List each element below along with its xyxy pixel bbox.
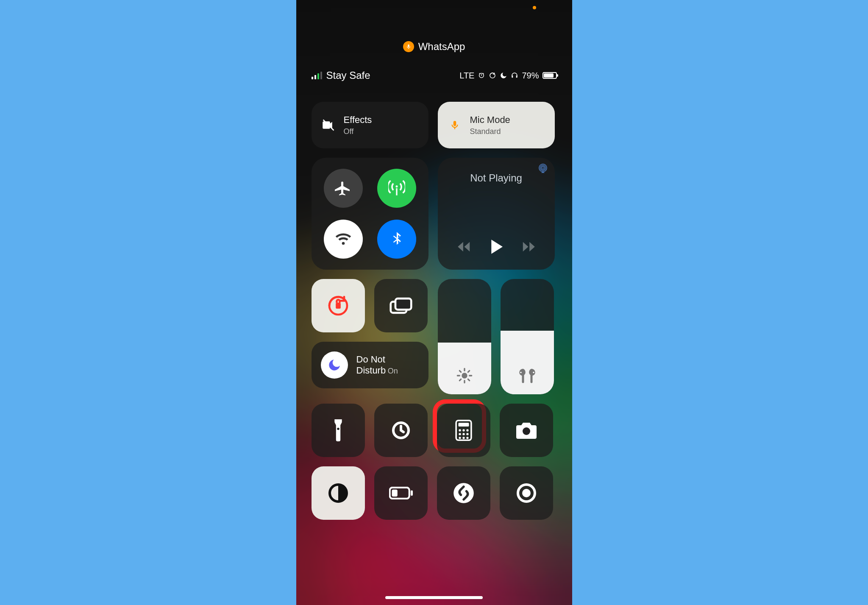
mic-mode-title: Mic Mode <box>470 114 510 126</box>
svg-point-16 <box>462 429 465 431</box>
moon-icon <box>500 72 507 79</box>
orientation-lock-icon <box>489 72 496 79</box>
dnd-title: Do Not Disturb <box>356 354 386 376</box>
svg-rect-28 <box>392 490 397 496</box>
headphones-icon <box>511 72 518 79</box>
connectivity-module[interactable] <box>312 158 428 270</box>
svg-rect-27 <box>411 490 413 496</box>
wifi-toggle[interactable] <box>324 220 363 259</box>
status-bar: Stay Safe LTE 79% <box>312 70 557 102</box>
svg-point-22 <box>462 437 465 439</box>
svg-point-24 <box>523 427 530 435</box>
cellular-data-toggle[interactable] <box>377 169 416 208</box>
orientation-lock-toggle[interactable] <box>312 279 365 332</box>
mic-mode-module[interactable]: Mic Mode Standard <box>438 102 555 148</box>
svg-point-21 <box>459 437 461 439</box>
phone-frame: WhatsApp Stay Safe LTE 79% <box>296 0 572 605</box>
now-playing-label: Not Playing <box>470 172 522 184</box>
dnd-subtitle: On <box>388 367 398 375</box>
alarm-icon <box>478 72 485 79</box>
screen-record-button[interactable] <box>500 466 553 520</box>
svg-point-11 <box>337 428 339 430</box>
media-module[interactable]: Not Playing <box>438 158 555 270</box>
low-power-mode-toggle[interactable] <box>374 466 428 520</box>
svg-point-9 <box>520 372 522 374</box>
battery-icon <box>542 72 557 79</box>
home-indicator[interactable] <box>385 596 483 599</box>
mic-mode-subtitle: Standard <box>470 126 510 137</box>
svg-point-17 <box>466 429 468 431</box>
microphone-icon <box>447 120 462 131</box>
calculator-button[interactable] <box>437 404 490 457</box>
svg-rect-7 <box>395 298 411 309</box>
svg-rect-14 <box>458 423 469 427</box>
rewind-button[interactable] <box>458 241 472 253</box>
svg-point-10 <box>533 372 534 374</box>
svg-point-1 <box>542 167 544 169</box>
video-off-icon <box>321 119 336 131</box>
svg-point-19 <box>462 433 465 435</box>
svg-point-23 <box>466 437 468 439</box>
sun-icon <box>438 367 491 384</box>
svg-point-8 <box>462 373 467 378</box>
svg-rect-5 <box>336 303 341 309</box>
airplane-mode-toggle[interactable] <box>324 169 363 208</box>
carrier-label: Stay Safe <box>326 70 370 81</box>
camera-button[interactable] <box>500 404 553 457</box>
timer-button[interactable] <box>374 404 428 457</box>
volume-slider[interactable] <box>501 279 554 394</box>
svg-point-2 <box>540 165 545 170</box>
flashlight-button[interactable] <box>312 404 365 457</box>
svg-point-15 <box>459 429 461 431</box>
moon-icon <box>321 351 348 379</box>
airplay-icon <box>538 164 548 174</box>
signal-icon <box>312 72 322 79</box>
svg-point-31 <box>522 489 531 497</box>
microphone-icon <box>403 41 414 52</box>
network-label: LTE <box>459 71 474 81</box>
effects-module[interactable]: Effects Off <box>312 102 428 148</box>
screen-mirroring-button[interactable] <box>374 279 428 332</box>
effects-subtitle: Off <box>344 126 372 137</box>
brightness-slider[interactable] <box>438 279 491 394</box>
active-app-indicator[interactable]: WhatsApp <box>312 0 557 70</box>
shazam-button[interactable] <box>437 466 490 520</box>
focus-module[interactable]: Do Not Disturb On <box>312 342 428 388</box>
svg-point-20 <box>466 433 468 435</box>
bluetooth-toggle[interactable] <box>377 220 416 259</box>
play-button[interactable] <box>489 238 504 255</box>
dark-mode-toggle[interactable] <box>312 466 365 520</box>
airpods-icon <box>501 367 554 384</box>
battery-percent-label: 79% <box>522 71 539 81</box>
svg-point-18 <box>459 433 461 435</box>
effects-title: Effects <box>344 114 372 126</box>
forward-button[interactable] <box>520 241 535 253</box>
active-app-label: WhatsApp <box>418 41 465 53</box>
